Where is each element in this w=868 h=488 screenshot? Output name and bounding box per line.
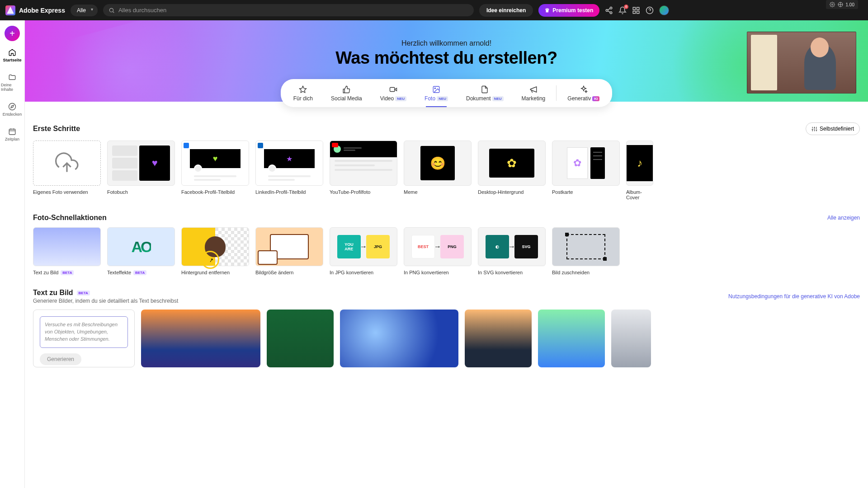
svg-point-3 [606, 9, 609, 11]
section-subtitle: Generiere Bilder, indem du sie detaillie… [33, 298, 178, 304]
sidebar-item-home[interactable]: Startseite [0, 45, 24, 66]
svg-line-1 [113, 11, 114, 13]
qa-convert-png[interactable]: BEST→PNG In PNG konvertieren [404, 227, 472, 275]
tab-document[interactable]: DokumentNEU [457, 79, 513, 107]
qa-resize[interactable]: Bildgröße ändern [255, 227, 323, 275]
sidebar-item-discover[interactable]: Entdecken [0, 99, 24, 120]
sample-image[interactable] [267, 310, 334, 367]
sliders-icon [811, 126, 817, 132]
card-fotobuch[interactable]: ♥ Fotobuch [107, 141, 175, 200]
youtube-icon [332, 143, 338, 147]
qa-convert-svg[interactable]: ◐→SVG In SVG konvertieren [478, 227, 546, 275]
svg-point-27 [434, 88, 435, 89]
qa-text-effects[interactable]: AO TexteffekteBETA [107, 227, 175, 275]
create-new-button[interactable]: + [5, 26, 20, 41]
custom-size-button[interactable]: Selbstdefiniert [806, 122, 860, 135]
tab-social[interactable]: Social Media [322, 79, 371, 107]
user-avatar[interactable] [659, 5, 669, 15]
svg-marker-18 [11, 105, 14, 108]
card-linkedin-cover[interactable]: ★ LinkedIn-Profil-Titelbild [255, 141, 323, 200]
welcome-text: Herzlich willkommen arnold! [401, 39, 491, 47]
sidebar-item-schedule[interactable]: Zeitplan [0, 124, 24, 145]
notif-badge: 6 [624, 5, 628, 9]
svg-point-13 [831, 4, 833, 5]
search-input[interactable] [118, 7, 468, 14]
video-icon [389, 85, 397, 94]
svg-rect-19 [9, 129, 15, 135]
svg-point-17 [9, 103, 16, 110]
svg-line-6 [608, 11, 610, 12]
tab-foryou[interactable]: Für dich [284, 79, 322, 107]
svg-rect-9 [633, 11, 636, 13]
section-title: Text zu Bild [33, 289, 73, 297]
card-meme[interactable]: 😊 Meme [404, 141, 472, 200]
top-header: Adobe Express Alle Idee einreichen ♛ Pre… [0, 0, 868, 20]
sidebar-item-content[interactable]: Deine Inhalte [0, 70, 24, 95]
webcam-overlay [747, 32, 856, 94]
svg-point-0 [109, 8, 113, 12]
card-desktop-bg[interactable]: ✿ Desktop-Hintergrund [478, 141, 546, 200]
show-all-link[interactable]: Alle anzeigen [827, 215, 860, 221]
brand-logo[interactable]: Adobe Express [5, 5, 65, 15]
card-album-cover[interactable]: ♪ Album-Cover [626, 141, 653, 200]
qa-crop[interactable]: Bild zuschneiden [552, 227, 620, 275]
home-icon [8, 48, 16, 56]
hero-headline: Was möchtest du erstellen? [335, 48, 557, 68]
search-icon [108, 7, 115, 14]
qa-text-to-image[interactable]: Text zu BildBETA [33, 227, 101, 275]
main-content: Herzlich willkommen arnold! Was möchtest… [25, 20, 868, 370]
premium-button[interactable]: ♛ Premium testen [538, 4, 599, 17]
qa-convert-jpg[interactable]: YOUARE→JPG In JPG konvertieren [330, 227, 397, 275]
image-icon [432, 85, 440, 94]
compass-icon [8, 103, 16, 111]
debug-value: 1.00 [846, 2, 854, 7]
upload-cloud-icon [55, 151, 79, 175]
card-facebook-cover[interactable]: ♥ Facebook-Profil-Titelbild [181, 141, 249, 200]
submit-idea-button[interactable]: Idee einreichen [479, 4, 533, 17]
generate-button[interactable]: Generieren [40, 353, 81, 365]
document-icon [481, 85, 489, 94]
svg-rect-10 [637, 11, 639, 13]
section-title: Foto-Schnellaktionen [33, 214, 107, 222]
tab-foto[interactable]: FotoNEU [415, 79, 457, 107]
card-upload-own[interactable]: Eigenes Foto verwenden [33, 141, 101, 200]
crown-icon: ♛ [545, 7, 550, 14]
tab-marketing[interactable]: Marketing [513, 79, 555, 107]
svg-marker-23 [300, 86, 307, 93]
svg-line-5 [608, 8, 610, 9]
section-title: Erste Schritte [33, 125, 80, 133]
qa-remove-bg[interactable]: Hintergrund entfernen [181, 227, 249, 275]
premium-label: Premium testen [552, 7, 593, 14]
svg-rect-7 [633, 7, 636, 9]
help-icon[interactable] [646, 6, 654, 14]
sample-image[interactable] [340, 310, 458, 367]
svg-point-2 [610, 7, 613, 9]
apps-icon[interactable] [632, 6, 640, 14]
search-bar[interactable] [103, 4, 474, 16]
sample-image[interactable] [611, 310, 651, 367]
star-icon [299, 85, 307, 94]
sample-image[interactable] [465, 310, 532, 367]
prompt-input[interactable]: Versuche es mit Beschreibungen von Objek… [40, 316, 128, 348]
card-youtube-avatar[interactable]: YouTube-Profilfoto [330, 141, 397, 200]
notifications-icon[interactable]: 6 [618, 6, 627, 14]
left-sidebar: + Startseite Deine Inhalte Entdecken Zei… [0, 20, 25, 370]
calendar-icon [8, 127, 16, 136]
sample-image[interactable] [141, 310, 260, 367]
folder-icon [8, 73, 16, 81]
thumbs-up-icon [342, 85, 350, 94]
sample-image[interactable] [538, 310, 605, 367]
category-dropdown[interactable]: Alle [71, 5, 98, 16]
tab-generative[interactable]: GenerativKI [558, 79, 609, 107]
svg-rect-8 [637, 7, 639, 9]
sidebar-label: Startseite [3, 58, 21, 62]
tab-video[interactable]: VideoNEU [371, 79, 415, 107]
section-first-steps: Erste Schritte Selbstdefiniert Eigenes F… [25, 112, 868, 203]
card-postcard[interactable]: ✿ Postkarte [552, 141, 620, 200]
sidebar-label: Entdecken [3, 112, 22, 117]
section-quick-actions: Foto-Schnellaktionen Alle anzeigen Text … [25, 203, 868, 278]
share-icon[interactable] [605, 6, 613, 14]
sparkle-icon [580, 85, 588, 94]
terms-link[interactable]: Nutzungsbedingungen für die generative K… [728, 293, 860, 300]
category-selected[interactable]: Alle [71, 5, 98, 16]
